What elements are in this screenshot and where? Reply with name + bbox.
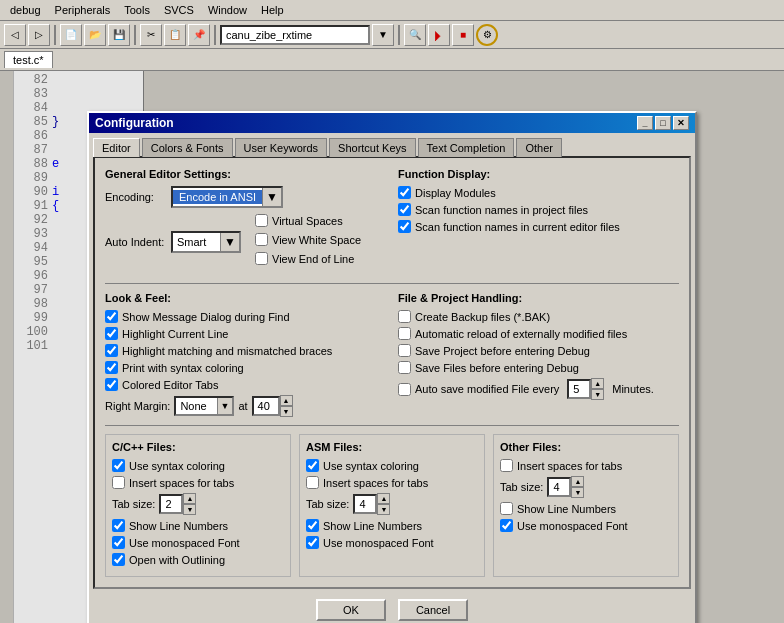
menu-svcs[interactable]: SVCS — [158, 2, 200, 18]
asm-syntax-checkbox[interactable] — [306, 459, 319, 472]
cpp-monospaced-checkbox[interactable] — [112, 536, 125, 549]
tab-editor[interactable]: Editor — [93, 138, 140, 157]
auto-save-value[interactable]: 5 — [567, 379, 591, 399]
cancel-button[interactable]: Cancel — [398, 599, 468, 621]
tab-user-keywords[interactable]: User Keywords — [235, 138, 328, 157]
other-spaces-label: Insert spaces for tabs — [517, 460, 622, 472]
toolbar-open[interactable]: 📂 — [84, 24, 106, 46]
save-project-checkbox[interactable] — [398, 344, 411, 357]
menu-peripherals[interactable]: Peripherals — [49, 2, 117, 18]
cpp-tab-up-btn[interactable]: ▲ — [183, 493, 196, 504]
at-value[interactable]: 40 — [252, 396, 280, 416]
show-message-checkbox[interactable] — [105, 310, 118, 323]
highlight-line-label: Highlight Current Line — [122, 328, 228, 340]
cpp-outlining-checkbox[interactable] — [112, 553, 125, 566]
editor-tab[interactable]: test.c* — [4, 51, 53, 68]
virtual-spaces-checkbox[interactable] — [255, 214, 268, 227]
cpp-spaces-checkbox[interactable] — [112, 476, 125, 489]
toolbar-new[interactable]: 📄 — [60, 24, 82, 46]
asm-line-numbers-checkbox[interactable] — [306, 519, 319, 532]
tab-other[interactable]: Other — [516, 138, 562, 157]
other-tab-up-btn[interactable]: ▲ — [571, 476, 584, 487]
view-white-space-checkbox[interactable] — [255, 233, 268, 246]
menu-debug[interactable]: debug — [4, 2, 47, 18]
toolbar-search[interactable]: 🔍 — [404, 24, 426, 46]
scan-project-checkbox[interactable] — [398, 203, 411, 216]
asm-spaces-label: Insert spaces for tabs — [323, 477, 428, 489]
at-down-btn[interactable]: ▼ — [280, 406, 293, 417]
files-row: C/C++ Files: Use syntax coloring Insert … — [105, 434, 679, 577]
toolbar-paste[interactable]: 📌 — [188, 24, 210, 46]
toolbar-file-combo[interactable] — [220, 25, 370, 45]
scan-editor-checkbox[interactable] — [398, 220, 411, 233]
asm-monospaced-checkbox[interactable] — [306, 536, 319, 549]
view-end-of-line-checkbox[interactable] — [255, 252, 268, 265]
asm-syntax-label: Use syntax coloring — [323, 460, 419, 472]
other-line-numbers-checkbox[interactable] — [500, 502, 513, 515]
toolbar-cut[interactable]: ✂ — [140, 24, 162, 46]
other-spaces-checkbox[interactable] — [500, 459, 513, 472]
tab-colors-fonts[interactable]: Colors & Fonts — [142, 138, 233, 157]
display-modules-checkbox[interactable] — [398, 186, 411, 199]
other-files-title: Other Files: — [500, 441, 672, 453]
maximize-button[interactable]: □ — [655, 116, 671, 130]
save-files-checkbox[interactable] — [398, 361, 411, 374]
divider-2 — [105, 425, 679, 426]
asm-tab-up-btn[interactable]: ▲ — [377, 493, 390, 504]
ok-button[interactable]: OK — [316, 599, 386, 621]
toolbar-settings[interactable]: ⚙ — [476, 24, 498, 46]
highlight-line-checkbox[interactable] — [105, 327, 118, 340]
cpp-monospaced-label: Use monospaced Font — [129, 537, 240, 549]
cpp-outlining-label: Open with Outlining — [129, 554, 225, 566]
auto-save-checkbox[interactable] — [398, 383, 411, 396]
encoding-combo[interactable]: Encode in ANSI ▼ — [171, 186, 283, 208]
other-monospaced-checkbox[interactable] — [500, 519, 513, 532]
other-tab-value[interactable]: 4 — [547, 477, 571, 497]
view-end-of-line-label: View End of Line — [272, 253, 354, 265]
right-margin-combo[interactable]: None ▼ — [174, 396, 234, 416]
right-margin-dropdown[interactable]: ▼ — [217, 398, 233, 414]
cpp-tab-spinner: 2 ▲ ▼ — [159, 493, 196, 515]
toolbar-dropdown[interactable]: ▼ — [372, 24, 394, 46]
toolbar-save[interactable]: 💾 — [108, 24, 130, 46]
other-files-col: Other Files: Insert spaces for tabs Tab … — [493, 434, 679, 577]
show-message-row: Show Message Dialog during Find — [105, 310, 386, 323]
auto-indent-combo[interactable]: Smart ▼ — [171, 231, 241, 253]
auto-indent-dropdown-btn[interactable]: ▼ — [220, 233, 239, 251]
tab-text-completion[interactable]: Text Completion — [418, 138, 515, 157]
auto-reload-checkbox[interactable] — [398, 327, 411, 340]
toolbar-forward[interactable]: ▷ — [28, 24, 50, 46]
asm-tab-down-btn[interactable]: ▼ — [377, 504, 390, 515]
asm-tab-value[interactable]: 4 — [353, 494, 377, 514]
look-feel-section: Look & Feel: Show Message Dialog during … — [105, 292, 386, 417]
print-syntax-checkbox[interactable] — [105, 361, 118, 374]
cpp-syntax-checkbox[interactable] — [112, 459, 125, 472]
minimize-button[interactable]: _ — [637, 116, 653, 130]
auto-save-down-btn[interactable]: ▼ — [591, 389, 604, 400]
save-files-label: Save Files before entering Debug — [415, 362, 579, 374]
auto-save-up-btn[interactable]: ▲ — [591, 378, 604, 389]
highlight-matching-checkbox[interactable] — [105, 344, 118, 357]
tab-shortcut-keys[interactable]: Shortcut Keys — [329, 138, 415, 157]
display-modules-row: Display Modules — [398, 186, 679, 199]
cpp-tab-down-btn[interactable]: ▼ — [183, 504, 196, 515]
asm-tab-size-row: Tab size: 4 ▲ ▼ — [306, 493, 478, 515]
toolbar-debug-go[interactable]: ⏵ — [428, 24, 450, 46]
menu-tools[interactable]: Tools — [118, 2, 156, 18]
cpp-tab-size-label: Tab size: — [112, 498, 155, 510]
create-backup-checkbox[interactable] — [398, 310, 411, 323]
at-up-btn[interactable]: ▲ — [280, 395, 293, 406]
toolbar-stop[interactable]: ■ — [452, 24, 474, 46]
other-tab-down-btn[interactable]: ▼ — [571, 487, 584, 498]
menu-help[interactable]: Help — [255, 2, 290, 18]
menu-window[interactable]: Window — [202, 2, 253, 18]
close-button[interactable]: ✕ — [673, 116, 689, 130]
cpp-tab-value[interactable]: 2 — [159, 494, 183, 514]
toolbar-back[interactable]: ◁ — [4, 24, 26, 46]
cpp-line-numbers-checkbox[interactable] — [112, 519, 125, 532]
toolbar-copy[interactable]: 📋 — [164, 24, 186, 46]
encoding-dropdown-btn[interactable]: ▼ — [262, 188, 281, 206]
cpp-outlining-row: Open with Outlining — [112, 553, 284, 566]
colored-tabs-checkbox[interactable] — [105, 378, 118, 391]
asm-spaces-checkbox[interactable] — [306, 476, 319, 489]
